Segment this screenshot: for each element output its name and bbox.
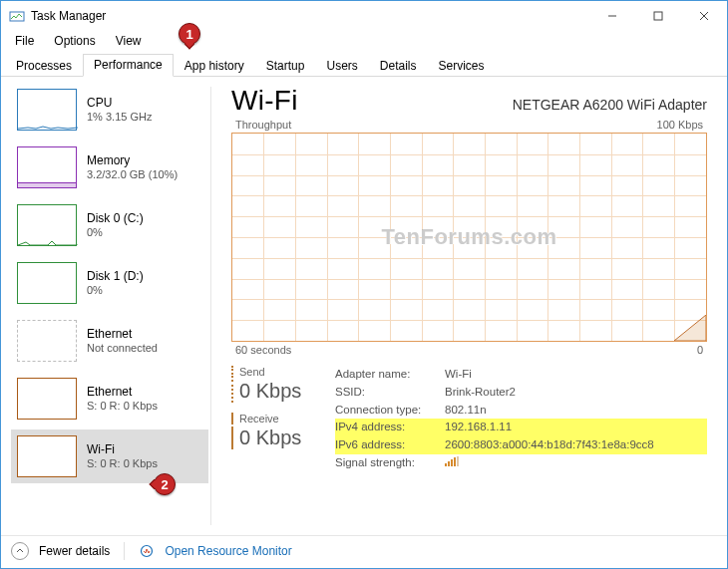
detail-title: Wi-Fi: [231, 85, 298, 117]
sidebar-title: CPU: [87, 96, 152, 111]
sidebar-title: Disk 1 (D:): [87, 269, 144, 284]
sidebar-item-disk0[interactable]: Disk 0 (C:) 0%: [11, 198, 208, 252]
detail-panel: Wi-Fi NETGEAR A6200 WiFi Adapter Through…: [211, 77, 727, 535]
receive-label: Receive: [231, 413, 321, 425]
sidebar-item-disk1[interactable]: Disk 1 (D:) 0%: [11, 256, 208, 310]
tab-strip: Processes Performance App history Startu…: [1, 51, 727, 77]
signal-strength-icon: [445, 456, 459, 466]
watermark: TenForums.com: [381, 224, 556, 250]
chart-label-ymax: 100 Kbps: [657, 119, 703, 131]
sidebar-sub: 3.2/32.0 GB (10%): [87, 168, 178, 182]
info-table: Adapter name:Wi-Fi SSID:Brink-Router2 Co…: [335, 366, 707, 472]
info-val: 802.11n: [445, 402, 707, 420]
sidebar-item-ethernet[interactable]: Ethernet S: 0 R: 0 Kbps: [11, 372, 208, 426]
mini-graph-disk1: [17, 262, 77, 304]
sidebar: CPU 1% 3.15 GHz Memory 3.2/32.0 GB (10%)…: [1, 77, 210, 535]
sidebar-item-ethernet-disconnected[interactable]: Ethernet Not connected: [11, 314, 208, 368]
chevron-up-icon[interactable]: [11, 542, 29, 560]
open-resource-monitor-link[interactable]: Open Resource Monitor: [165, 544, 291, 558]
resource-monitor-icon: [139, 543, 155, 559]
send-value: 0 Kbps: [231, 380, 321, 403]
sidebar-sub: Not connected: [87, 342, 158, 356]
mini-graph-memory: [17, 146, 77, 188]
minimize-button[interactable]: [589, 1, 635, 31]
mini-graph-ethernet: [17, 378, 77, 420]
menu-file[interactable]: File: [7, 32, 42, 50]
throughput-chart[interactable]: TenForums.com: [231, 133, 707, 342]
sidebar-item-cpu[interactable]: CPU 1% 3.15 GHz: [11, 83, 208, 137]
mini-graph-disk0: [17, 204, 77, 246]
chart-label-xright: 0: [697, 344, 703, 356]
info-key: SSID:: [335, 384, 445, 402]
sidebar-title: Ethernet: [87, 327, 158, 342]
info-val-ipv4: 192.168.1.11: [445, 419, 707, 436]
sidebar-sub: S: 0 R: 0 Kbps: [87, 400, 158, 414]
maximize-button[interactable]: [635, 1, 681, 31]
sidebar-sub: S: 0 R: 0 Kbps: [87, 457, 158, 471]
sidebar-title: Memory: [87, 153, 178, 168]
send-label: Send: [231, 366, 321, 378]
app-icon: [9, 8, 25, 24]
sidebar-title: Wi-Fi: [87, 442, 158, 457]
divider: [124, 542, 125, 560]
tab-services[interactable]: Services: [428, 55, 496, 77]
fewer-details-button[interactable]: Fewer details: [39, 544, 110, 558]
title-bar: Task Manager: [1, 1, 727, 31]
sidebar-sub: 0%: [87, 226, 144, 240]
info-val: Wi-Fi: [445, 366, 707, 384]
mini-graph-wifi: [17, 435, 77, 477]
info-key: Signal strength:: [335, 454, 445, 472]
info-key-ipv6: IPv6 address:: [335, 436, 445, 454]
info-key-ipv4: IPv4 address:: [335, 419, 445, 436]
annotation-badge-1: 1: [179, 23, 200, 45]
info-val: Brink-Router2: [445, 384, 707, 402]
svg-rect-2: [654, 12, 662, 20]
tab-processes[interactable]: Processes: [5, 55, 83, 77]
sidebar-title: Ethernet: [87, 385, 158, 400]
tab-app-history[interactable]: App history: [174, 55, 255, 77]
chart-label-xleft: 60 seconds: [235, 344, 291, 356]
sidebar-item-memory[interactable]: Memory 3.2/32.0 GB (10%): [11, 141, 208, 194]
adapter-name-header: NETGEAR A6200 WiFi Adapter: [513, 97, 707, 113]
info-key: Connection type:: [335, 402, 445, 420]
menu-options[interactable]: Options: [46, 32, 103, 50]
menu-view[interactable]: View: [108, 32, 150, 50]
sidebar-sub: 0%: [87, 284, 144, 298]
svg-marker-5: [674, 315, 706, 341]
sidebar-sub: 1% 3.15 GHz: [87, 111, 152, 125]
info-val-ipv6: 2600:8803:a000:44:b18d:7f43:1e8a:9cc8: [445, 436, 707, 454]
sidebar-item-wifi[interactable]: Wi-Fi S: 0 R: 0 Kbps: [11, 429, 208, 483]
receive-value: 0 Kbps: [231, 427, 321, 449]
chart-label-throughput: Throughput: [235, 119, 291, 131]
tab-performance[interactable]: Performance: [83, 54, 174, 77]
menu-bar: File Options View: [1, 31, 727, 51]
close-button[interactable]: [681, 1, 727, 31]
tab-startup[interactable]: Startup: [255, 55, 316, 77]
tab-users[interactable]: Users: [315, 55, 368, 77]
annotation-badge-2: 2: [154, 473, 176, 495]
bottom-bar: Fewer details Open Resource Monitor: [1, 535, 727, 565]
tab-details[interactable]: Details: [369, 55, 428, 77]
window-title: Task Manager: [31, 9, 106, 23]
info-key: Adapter name:: [335, 366, 445, 384]
mini-graph-cpu: [17, 89, 77, 131]
mini-graph-eth-disconnected: [17, 320, 77, 362]
sidebar-title: Disk 0 (C:): [87, 211, 144, 226]
main-area: CPU 1% 3.15 GHz Memory 3.2/32.0 GB (10%)…: [1, 77, 727, 535]
